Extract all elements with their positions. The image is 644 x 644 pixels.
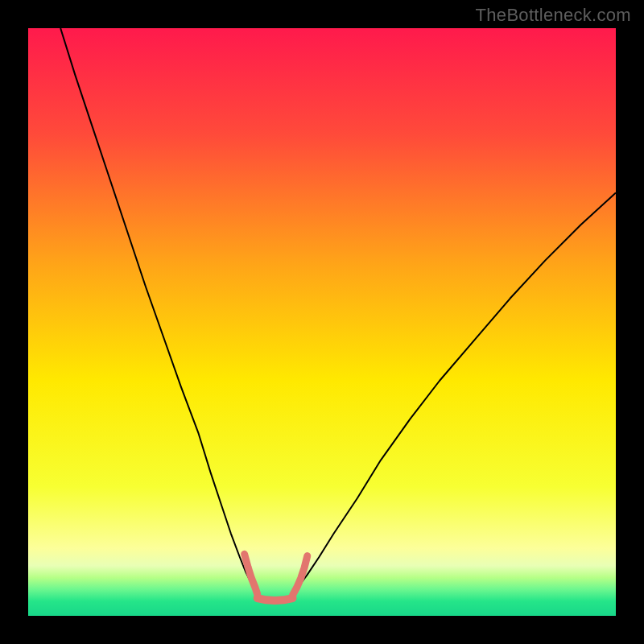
credit-link[interactable]: TheBottleneck.com xyxy=(476,5,631,26)
chart-frame: TheBottleneck.com xyxy=(0,0,644,644)
chart-background xyxy=(28,28,616,616)
plot-area xyxy=(28,28,616,616)
series-optimal-marker-bottom xyxy=(258,598,293,601)
bottleneck-chart xyxy=(28,28,616,616)
